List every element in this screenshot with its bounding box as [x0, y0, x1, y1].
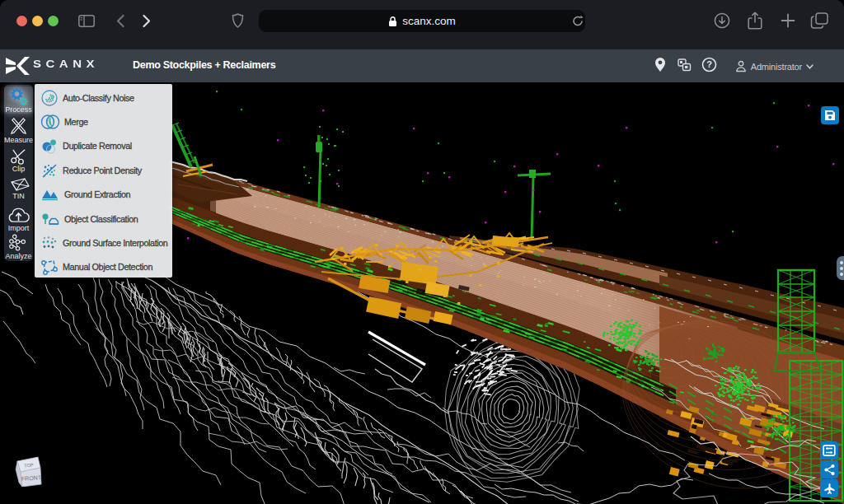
svg-text:?: ?	[706, 59, 712, 69]
svg-text:TOP: TOP	[24, 462, 34, 468]
